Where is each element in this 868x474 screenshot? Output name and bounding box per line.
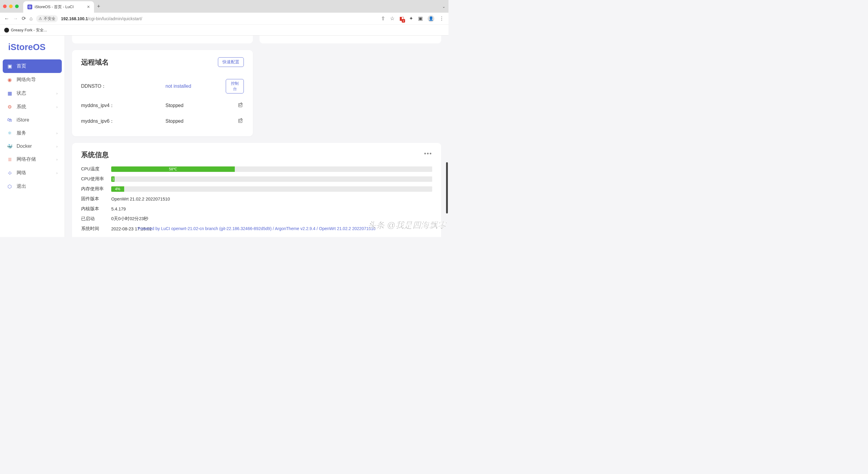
sidebar-item-docker[interactable]: 🐳 Docker ›	[3, 140, 62, 153]
cpu-usage-bar: 1	[111, 176, 432, 182]
sidebar-item-label: iStore	[17, 117, 29, 123]
card-fragment	[72, 36, 253, 43]
menu-dots-icon[interactable]: ⋮	[439, 16, 444, 22]
myddns-ipv6-label: myddns_ipv6：	[81, 118, 165, 124]
quick-config-button[interactable]: 快速配置	[218, 57, 244, 67]
cpu-usage-row: CPU使用率 1	[81, 176, 432, 182]
sidebar-item-label: 网络向导	[17, 77, 36, 83]
mem-usage-fill: 4%	[111, 186, 124, 192]
console-button[interactable]: 控制台	[226, 79, 244, 93]
window-minimize-button[interactable]	[9, 4, 13, 8]
sidebar-item-label: 状态	[17, 90, 26, 96]
side-panel-icon[interactable]: ▣	[418, 16, 423, 22]
chevron-right-icon: ›	[56, 105, 58, 109]
svg-rect-1	[239, 119, 242, 123]
browser-toolbar: ← → ⟳ ⌂ ⚠ 不安全 192.168.100.1/cgi-bin/luci…	[0, 13, 448, 25]
chevron-right-icon: ›	[56, 157, 58, 161]
edit-icon[interactable]	[238, 118, 244, 124]
card-title: 远程域名	[81, 58, 109, 67]
myddns-ipv6-row: myddns_ipv6： Stopped	[81, 113, 244, 129]
more-dots-icon[interactable]: •••	[424, 150, 432, 157]
sidebar-item-network[interactable]: ⊹ 网络 ›	[3, 166, 62, 180]
bookmark-bar: Greasy Fork - 安全...	[0, 25, 448, 36]
main-content: 远程域名 快速配置 DDNSTO： not installed 控制台 mydd…	[65, 36, 448, 237]
sidebar-item-istore[interactable]: 🛍 iStore	[3, 114, 62, 126]
insecure-label: 不安全	[44, 16, 56, 22]
uptime-value: 0天0小时02分23秒	[111, 216, 262, 221]
card-fragment	[259, 36, 441, 43]
kernel-row: 内核版本 5.4.179	[81, 206, 432, 212]
bag-icon: 🛍	[7, 117, 12, 123]
sidebar-item-home[interactable]: ▣ 首页	[3, 59, 62, 73]
scrollbar-thumb[interactable]	[446, 162, 448, 213]
address-bar[interactable]: ⚠ 不安全 192.168.100.1/cgi-bin/luci/admin/q…	[36, 15, 377, 22]
tabs-dropdown-icon[interactable]: ⌄	[442, 4, 445, 9]
edit-icon[interactable]	[238, 102, 244, 108]
window-close-button[interactable]	[3, 4, 7, 8]
chevron-right-icon: ›	[56, 131, 58, 136]
dashboard-icon: ▣	[7, 64, 12, 69]
bookmark-star-icon[interactable]: ☆	[390, 16, 395, 22]
scrollbar-track	[445, 36, 448, 237]
new-tab-button[interactable]: +	[97, 3, 100, 10]
mem-usage-label: 内存使用率	[81, 186, 111, 192]
profile-avatar-icon[interactable]: 👤	[428, 16, 434, 22]
logo[interactable]: iStoreOS	[3, 39, 62, 59]
grid-icon: ▦	[7, 91, 12, 96]
sidebar-item-services[interactable]: ⚛ 服务 ›	[3, 126, 62, 140]
sidebar-item-status[interactable]: ▦ 状态 ›	[3, 87, 62, 100]
globe-icon: ◉	[7, 77, 12, 83]
firmware-row: 固件版本 OpenWrt 21.02.2 2022071510	[81, 196, 432, 202]
window-maximize-button[interactable]	[15, 4, 19, 8]
tab-favicon: O	[27, 4, 32, 9]
ddnsto-row: DDNSTO： not installed 控制台	[81, 75, 244, 98]
cpu-usage-label: CPU使用率	[81, 176, 111, 182]
svg-rect-0	[239, 103, 242, 107]
logout-icon: ⬡	[7, 184, 12, 189]
share-icon[interactable]: ⇧	[381, 16, 385, 22]
sidebar-item-label: 系统	[17, 104, 26, 110]
browser-tab[interactable]: O iStoreOS - 首页 - LuCI ×	[23, 1, 94, 13]
sidebar-item-logout[interactable]: ⬡ 退出	[3, 180, 62, 193]
chevron-right-icon: ›	[56, 144, 58, 149]
mem-usage-bar: 4%	[111, 186, 432, 192]
remote-domain-card: 远程域名 快速配置 DDNSTO： not installed 控制台 mydd…	[72, 50, 253, 136]
cpu-temp-fill: 58℃	[111, 167, 235, 172]
uptime-row: 已启动 0天0小时02分23秒	[81, 216, 432, 221]
mem-usage-row: 内存使用率 4%	[81, 186, 432, 192]
footer-text: Powered by LuCI openwrt-21.02-cn branch …	[65, 223, 448, 235]
uptime-label: 已启动	[81, 216, 111, 221]
myddns-ipv6-value: Stopped	[165, 119, 226, 124]
cpu-temp-label: CPU温度	[81, 166, 111, 172]
myddns-ipv4-label: myddns_ipv4：	[81, 102, 165, 109]
gear-icon: ⚙	[7, 104, 12, 110]
bookmark-label: Greasy Fork - 安全...	[11, 27, 47, 33]
sidebar-item-label: Docker	[17, 144, 32, 149]
docker-icon: 🐳	[7, 144, 12, 149]
network-icon: ⊹	[7, 170, 12, 176]
sidebar-item-network-storage[interactable]: ≣ 网络存储 ›	[3, 153, 62, 166]
ddnsto-label: DDNSTO：	[81, 83, 165, 90]
url-text: 192.168.100.1/cgi-bin/luci/admin/quickst…	[61, 16, 142, 21]
card-title: 系统信息	[81, 150, 432, 159]
sidebar-item-system[interactable]: ⚙ 系统 ›	[3, 100, 62, 114]
bookmark-favicon-icon	[4, 28, 9, 33]
browser-chrome: O iStoreOS - 首页 - LuCI × + ⌄ ← → ⟳ ⌂ ⚠ 不…	[0, 0, 448, 36]
home-button[interactable]: ⌂	[30, 16, 33, 22]
cpu-usage-fill: 1	[111, 176, 115, 182]
cpu-temp-bar: 58℃	[111, 167, 432, 172]
extensions-puzzle-icon[interactable]: ✦	[409, 16, 413, 22]
sidebar-item-label: 网络存储	[17, 156, 36, 162]
extension-icon[interactable]: ◧2	[399, 16, 404, 22]
site-security-indicator[interactable]: ⚠ 不安全	[36, 15, 58, 22]
back-button[interactable]: ←	[4, 16, 9, 22]
forward-button[interactable]: →	[13, 16, 18, 22]
tab-close-icon[interactable]: ×	[87, 4, 90, 10]
window-controls	[3, 4, 19, 8]
reload-button[interactable]: ⟳	[22, 16, 26, 22]
firmware-value: OpenWrt 21.02.2 2022071510	[111, 197, 262, 201]
sidebar-item-label: 退出	[17, 183, 26, 190]
bookmark-item[interactable]: Greasy Fork - 安全...	[4, 27, 47, 33]
sidebar-item-network-wizard[interactable]: ◉ 网络向导	[3, 73, 62, 87]
sidebar-item-label: 服务	[17, 130, 26, 136]
